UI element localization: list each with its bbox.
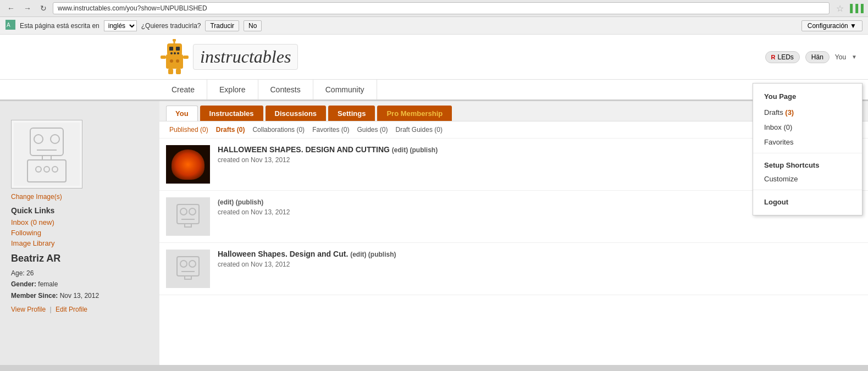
dropdown-favorites[interactable]: Favorites	[753, 135, 862, 149]
svg-point-20	[173, 39, 176, 42]
subtab-published[interactable]: Published (0)	[166, 125, 212, 135]
draft-thumb-0	[166, 145, 210, 184]
svg-point-17	[174, 52, 176, 54]
svg-rect-27	[177, 204, 199, 224]
translate-bar: A Esta página está escrita en inglés ¿Qu…	[0, 17, 868, 35]
age-value: 26	[26, 269, 34, 277]
pumpkin-glow	[172, 149, 204, 180]
quick-links-title: Quick Links	[11, 206, 146, 215]
svg-rect-14	[169, 47, 173, 51]
dropdown-customize[interactable]: Customize	[753, 171, 862, 186]
draft-date-2: created on Nov 13, 2012	[218, 261, 861, 268]
draft-thumb-2	[166, 250, 210, 288]
profile-placeholder-svg	[14, 123, 80, 186]
draft-edit-0[interactable]: (edit)	[392, 146, 408, 154]
change-image-link[interactable]: Change Image(s)	[11, 193, 146, 201]
user-name: Beatriz AR	[11, 253, 146, 264]
logo-text[interactable]: instructables	[193, 44, 298, 70]
site-header: Change Image(s) Quick Links Inbox (0 new…	[0, 35, 868, 101]
forward-button[interactable]: →	[21, 3, 34, 14]
svg-point-28	[180, 208, 187, 215]
dropdown-divider-2	[753, 190, 862, 190]
subtab-favorites[interactable]: Favorites (0)	[309, 125, 352, 135]
logo-robot	[159, 39, 190, 75]
dropdown-drafts[interactable]: Drafts (3)	[753, 105, 862, 120]
bookmark-icon: ☆	[836, 3, 844, 14]
inbox-link[interactable]: Inbox (0 new)	[11, 218, 146, 226]
member-since-value: Nov 13, 2012	[60, 292, 99, 300]
svg-text:A: A	[7, 22, 10, 28]
svg-rect-2	[14, 123, 80, 186]
leds-pill[interactable]: R LEDs	[765, 51, 800, 63]
profile-image-box	[11, 120, 82, 189]
svg-rect-23	[168, 69, 173, 74]
draft-actions-2: (edit) (publish)	[350, 251, 396, 258]
svg-rect-31	[185, 224, 191, 227]
translate-icon: A	[5, 20, 15, 31]
nav-explore[interactable]: Explore	[207, 80, 258, 99]
draft-edit-2[interactable]: (edit)	[350, 251, 366, 258]
tab-discussions[interactable]: Discussions	[266, 106, 327, 121]
url-bar[interactable]	[53, 2, 830, 14]
tab-you[interactable]: You	[166, 106, 198, 121]
leds-label: LEDs	[777, 53, 793, 61]
dropdown-inbox-badge: (0)	[783, 123, 792, 131]
browser-chrome: ← → ↻ ☆ ▐▐▐	[0, 0, 868, 17]
you-user-label[interactable]: You	[835, 53, 846, 61]
draft-publish-1[interactable]: (publish)	[236, 198, 264, 206]
nav-contests[interactable]: Contests	[258, 80, 313, 99]
translate-button[interactable]: Traducir	[205, 20, 239, 31]
language-select[interactable]: inglés	[104, 20, 137, 31]
svg-point-29	[189, 208, 196, 215]
nav-community[interactable]: Community	[313, 80, 377, 99]
draft-actions-0: (edit) (publish)	[392, 146, 438, 154]
draft-publish-2[interactable]: (publish)	[368, 251, 396, 258]
draft-title-2: Halloween Shapes. Design and Cut. (edit)…	[218, 250, 861, 258]
draft-edit-1[interactable]: (edit)	[218, 198, 234, 206]
nav-create[interactable]: Create	[159, 80, 207, 99]
tab-pro-membership[interactable]: Pro Membership	[377, 106, 452, 121]
following-link[interactable]: Following	[11, 229, 146, 237]
dropdown-inbox[interactable]: Inbox (0)	[753, 120, 862, 135]
view-profile-link[interactable]: View Profile	[11, 306, 46, 313]
profile-links: View Profile | Edit Profile	[11, 306, 146, 313]
tab-instructables[interactable]: Instructables	[200, 106, 263, 121]
subtab-guides[interactable]: Guides (0)	[353, 125, 391, 135]
svg-point-26	[176, 59, 179, 63]
subtab-draft-guides[interactable]: Draft Guides (0)	[392, 125, 446, 135]
translate-question: ¿Quieres traducirla?	[141, 22, 201, 30]
dropdown-divider-1	[753, 153, 862, 153]
svg-rect-12	[166, 54, 183, 69]
svg-point-16	[170, 52, 173, 54]
logo-area: instructables	[159, 39, 765, 75]
back-button[interactable]: ←	[4, 3, 18, 14]
tab-settings[interactable]: Settings	[328, 106, 375, 121]
svg-point-34	[189, 261, 196, 267]
dropdown-logout[interactable]: Logout	[753, 193, 862, 211]
dropdown-drafts-badge: (3)	[785, 108, 794, 117]
you-dropdown-arrow[interactable]: ▼	[852, 54, 857, 60]
user-info: Age: 26 Gender: female Member Since: Nov…	[11, 268, 146, 301]
dropdown-you-page[interactable]: You Page	[753, 88, 862, 105]
svg-point-18	[177, 52, 179, 54]
edit-profile-link[interactable]: Edit Profile	[56, 306, 87, 313]
svg-rect-15	[176, 47, 180, 51]
gender-label: Gender:	[11, 280, 36, 288]
dropdown-setup-shortcuts[interactable]: Setup Shortcuts	[753, 157, 862, 171]
no-button[interactable]: No	[244, 20, 262, 31]
svg-rect-21	[161, 56, 166, 59]
separator: |	[49, 306, 51, 313]
subtab-collaborations[interactable]: Collaborations (0)	[249, 125, 308, 135]
hands-label: Hän	[811, 53, 823, 61]
draft-publish-0[interactable]: (publish)	[410, 146, 438, 154]
image-library-link[interactable]: Image Library	[11, 239, 146, 247]
site-nav: Create Explore Contests Community	[0, 79, 868, 101]
sidebar: Change Image(s) Quick Links Inbox (0 new…	[0, 112, 157, 322]
hands-pill[interactable]: Hän	[805, 51, 830, 63]
member-since-label: Member Since:	[11, 292, 58, 300]
reload-button[interactable]: ↻	[37, 3, 49, 14]
config-button[interactable]: Configuración ▼	[801, 20, 863, 31]
signal-icon: ▐▐▐	[847, 4, 864, 13]
subtab-drafts[interactable]: Drafts (0)	[213, 125, 248, 135]
page-wrapper: Change Image(s) Quick Links Inbox (0 new…	[0, 35, 868, 365]
